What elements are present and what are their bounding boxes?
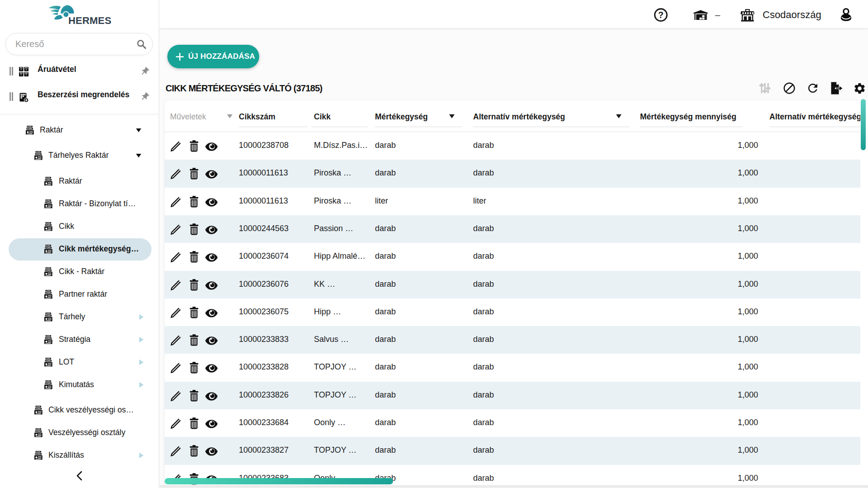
svg-text:?: ? <box>658 10 664 20</box>
